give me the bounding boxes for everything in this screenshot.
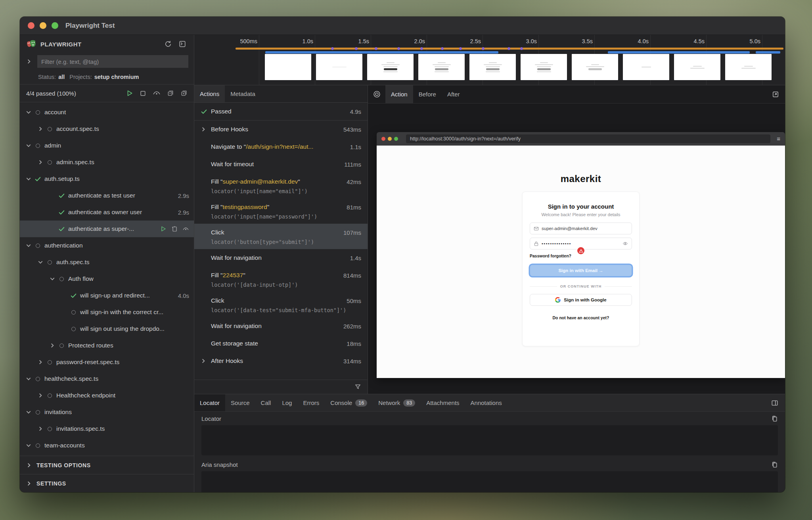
tab-log[interactable]: Log xyxy=(276,394,297,411)
chevron-down-icon[interactable] xyxy=(24,176,33,182)
timeline-screenshot-thumb[interactable] xyxy=(316,54,362,80)
tab-attachments[interactable]: Attachments xyxy=(421,394,465,411)
open-terminal-icon[interactable] xyxy=(177,39,188,49)
toggle-split-view-icon[interactable] xyxy=(764,394,785,411)
sidebar-section-testing-options[interactable]: TESTING OPTIONS xyxy=(20,456,194,474)
timeline-screenshot-thumb[interactable] xyxy=(418,54,465,80)
chevron-right-icon[interactable] xyxy=(36,393,45,398)
expand-snapshot-icon[interactable] xyxy=(766,85,785,103)
tree-item-password-reset-spec-ts[interactable]: password-reset.spec.ts xyxy=(20,354,194,370)
show-password-icon[interactable] xyxy=(622,241,628,246)
aria-snapshot-editor[interactable] xyxy=(201,471,778,492)
watch-all-icon[interactable] xyxy=(153,89,161,97)
filter-input[interactable] xyxy=(37,55,188,68)
timeline-screenshot-thumb[interactable] xyxy=(469,54,516,80)
action-row[interactable]: Fill "testingpassword"81mslocator('input… xyxy=(194,198,368,224)
tree-item-protected-routes[interactable]: Protected routes xyxy=(20,337,194,354)
tree-item-authentication[interactable]: authentication xyxy=(20,237,194,254)
maximize-window-button[interactable] xyxy=(52,22,58,29)
action-row[interactable]: Wait for navigation1.4s xyxy=(194,249,368,267)
action-row[interactable]: Click50mslocator('[data-test="submit-mfa… xyxy=(194,292,368,317)
no-account-link[interactable]: Do not have an account yet? xyxy=(530,315,632,320)
sidebar-section-settings[interactable]: SETTINGS xyxy=(20,474,194,492)
tree-item-team-accounts[interactable]: team-accounts xyxy=(20,437,194,454)
signin-email-button[interactable]: Sign in with Email → xyxy=(530,265,632,276)
email-field[interactable]: super-admin@makerkit.dev xyxy=(530,223,632,234)
tree-item-admin-spec-ts[interactable]: admin.spec.ts xyxy=(20,154,194,171)
minimize-window-button[interactable] xyxy=(40,22,46,29)
tree-item-authenticate-as-owner-user[interactable]: authenticate as owner user2.9s xyxy=(20,204,194,221)
chevron-down-icon[interactable] xyxy=(48,276,57,282)
action-row[interactable]: Fill "super-admin@makerkit.dev"42mslocat… xyxy=(194,173,368,198)
action-row[interactable]: Before Hooks543ms xyxy=(194,121,368,138)
copy-locator-icon[interactable] xyxy=(771,415,778,422)
tab-call[interactable]: Call xyxy=(255,394,277,411)
chevron-down-icon[interactable] xyxy=(24,243,33,248)
tree-item-admin[interactable]: admin xyxy=(20,137,194,154)
tree-item-auth-spec-ts[interactable]: auth.spec.ts xyxy=(20,254,194,271)
chevron-right-icon[interactable] xyxy=(201,358,211,364)
watch-test-icon[interactable] xyxy=(182,226,189,232)
tree-item-healthcheck-spec-ts[interactable]: healthcheck.spec.ts xyxy=(20,370,194,387)
timeline-screenshot-thumb[interactable] xyxy=(265,54,311,80)
action-row[interactable]: Wait for navigation262ms xyxy=(194,317,368,335)
locator-editor[interactable] xyxy=(201,425,778,455)
chevron-right-icon[interactable] xyxy=(36,426,45,432)
tree-item-auth-setup-ts[interactable]: auth.setup.ts xyxy=(20,171,194,187)
tree-item-invitations[interactable]: invitations xyxy=(20,404,194,420)
chevron-down-icon[interactable] xyxy=(36,259,45,265)
chevron-right-icon[interactable] xyxy=(201,127,211,132)
tree-item-will-sign-up-and-redirect-[interactable]: will sign-up and redirect...4.0s xyxy=(20,287,194,304)
tab-source[interactable]: Source xyxy=(225,394,255,411)
tree-item-invitations-spec-ts[interactable]: invitations.spec.ts xyxy=(20,420,194,437)
chevron-right-icon[interactable] xyxy=(48,343,57,348)
action-row[interactable]: Wait for timeout111ms xyxy=(194,155,368,173)
run-all-button[interactable] xyxy=(126,90,133,97)
chevron-down-icon[interactable] xyxy=(24,143,33,148)
tab-after[interactable]: After xyxy=(442,85,465,103)
close-window-button[interactable] xyxy=(28,22,34,29)
filter-actions-icon[interactable] xyxy=(354,384,361,390)
tree-item-auth-flow[interactable]: Auth flow xyxy=(20,271,194,287)
timeline-screenshot-thumb[interactable] xyxy=(367,54,414,80)
action-row[interactable]: Click107mslocator('button[type="submit"]… xyxy=(194,224,368,249)
filter-status-row[interactable]: Status: all Projects: setup chromium xyxy=(20,70,194,84)
action-row[interactable]: After Hooks314ms xyxy=(194,352,368,370)
tab-network[interactable]: Network83 xyxy=(373,394,421,411)
chevron-down-icon[interactable] xyxy=(24,443,33,448)
tree-item-account-spec-ts[interactable]: account.spec.ts xyxy=(20,121,194,137)
tree-item-healthcheck-endpoint[interactable]: Healthcheck endpoint xyxy=(20,387,194,404)
timeline-screenshot-thumb[interactable] xyxy=(572,54,618,80)
copy-aria-snapshot-icon[interactable] xyxy=(771,461,778,468)
tree-item-will-sign-out-using-the-dropdo-[interactable]: will sign out using the dropdo... xyxy=(20,320,194,337)
tab-action[interactable]: Action xyxy=(385,85,413,103)
expand-all-icon[interactable] xyxy=(180,90,188,97)
action-row[interactable]: Navigate to "/auth/sign-in?next=/aut...1… xyxy=(194,138,368,155)
timeline-screenshot-thumb[interactable] xyxy=(725,54,772,80)
timeline-screenshot-thumb[interactable] xyxy=(623,54,669,80)
chevron-right-icon[interactable] xyxy=(36,126,45,132)
signin-google-button[interactable]: Sign in with Google xyxy=(530,294,632,306)
chevron-right-icon[interactable] xyxy=(36,159,45,165)
tree-item-account[interactable]: account xyxy=(20,104,194,121)
show-source-icon[interactable] xyxy=(171,226,178,232)
chevron-down-icon[interactable] xyxy=(24,376,33,382)
tab-before[interactable]: Before xyxy=(413,85,442,103)
timeline-screenshot-thumb[interactable] xyxy=(521,54,567,80)
tree-item-will-sign-in-with-the-correct-cr-[interactable]: will sign-in with the correct cr... xyxy=(20,304,194,320)
tree-item-authenticate-as-test-user[interactable]: authenticate as test user2.9s xyxy=(20,187,194,204)
tab-metadata[interactable]: Metadata xyxy=(225,85,261,102)
stop-button[interactable] xyxy=(140,90,146,97)
tab-locator[interactable]: Locator xyxy=(194,394,225,411)
chevron-down-icon[interactable] xyxy=(24,109,33,115)
chevron-right-icon[interactable] xyxy=(36,359,45,365)
action-row[interactable]: Fill "224537"814mslocator('[data-input-o… xyxy=(194,267,368,292)
timeline-screenshot-thumb[interactable] xyxy=(674,54,720,80)
run-test-icon[interactable] xyxy=(160,226,167,232)
chevron-down-icon[interactable] xyxy=(24,409,33,415)
tab-actions[interactable]: Actions xyxy=(194,85,225,102)
action-row[interactable]: Get storage state18ms xyxy=(194,335,368,352)
filter-chevron-icon[interactable] xyxy=(24,56,34,67)
tab-annotations[interactable]: Annotations xyxy=(465,394,508,411)
reload-tests-icon[interactable] xyxy=(163,39,173,49)
